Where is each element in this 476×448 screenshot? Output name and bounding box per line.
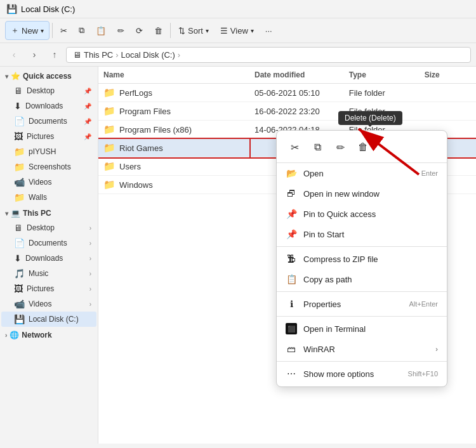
ctx-separator-3 xyxy=(277,316,447,317)
quick-access-chevron: ▾ xyxy=(5,73,8,80)
this-pc-dl-icon: ⬇ xyxy=(14,253,22,263)
ctx-winrar[interactable]: 🗃 WinRAR › xyxy=(277,339,447,359)
nav-bar: ‹ › ↑ 🖥 This PC › Local Disk (C:) › xyxy=(0,43,476,67)
folder-icon: 📁 xyxy=(103,142,116,154)
sidebar-item-this-pc-documents[interactable]: 📄 Documents › xyxy=(1,235,96,251)
this-pc-icon: 💻 xyxy=(11,209,20,218)
pin-icon-3: 📌 xyxy=(84,133,91,140)
ctx-terminal-icon: ⬛ xyxy=(286,323,297,334)
view-button[interactable]: ☰ View ▾ xyxy=(215,23,259,39)
sidebar-item-desktop[interactable]: 🖥 Desktop 📌 xyxy=(1,83,96,98)
back-button[interactable]: ‹ xyxy=(5,46,23,63)
toolbar-separator xyxy=(52,23,53,38)
breadcrumb: 🖥 This PC › Local Disk (C:) › xyxy=(66,47,471,63)
table-row[interactable]: 📁PerfLogs 05-06-2021 05:10 File folder xyxy=(98,84,476,102)
sidebar-item-downloads[interactable]: ⬇ Downloads 📌 xyxy=(1,98,96,114)
chevron-down-icon: ▾ xyxy=(41,27,44,34)
ctx-separator-1 xyxy=(277,246,447,247)
breadcrumb-thispc[interactable]: This PC xyxy=(84,50,113,60)
sidebar-item-piyush[interactable]: 📁 pIYUSH xyxy=(1,144,96,159)
expand-icon-0: › xyxy=(89,225,91,232)
quick-access-header[interactable]: ▾ ⭐ Quick access xyxy=(0,69,98,83)
sidebar-item-this-pc-pictures[interactable]: 🖼 Pictures › xyxy=(1,281,96,296)
ctx-copy-path-icon: 📋 xyxy=(286,273,297,285)
sidebar-item-videos-qa[interactable]: 📹 Videos xyxy=(1,175,96,190)
title-bar: 💾 Local Disk (C:) xyxy=(0,0,476,18)
ctx-winrar-icon: 🗃 xyxy=(286,343,297,355)
ctx-open[interactable]: 📂 Open Enter xyxy=(277,163,447,183)
copy-button[interactable]: ⧉ xyxy=(74,22,89,39)
sort-icon: ⇅ xyxy=(178,26,185,36)
new-button[interactable]: ＋ New ▾ xyxy=(5,21,50,40)
ctx-more-options[interactable]: ⋯ Show more options Shift+F10 xyxy=(277,364,447,384)
context-menu[interactable]: ✂ ⧉ ✏ 🗑 📂 Open Enter 🗗 Open in new windo… xyxy=(276,130,447,387)
sidebar-item-this-pc-music[interactable]: 🎵 Music › xyxy=(1,266,96,281)
title-bar-icon: 💾 xyxy=(6,4,17,14)
ctx-rename-button[interactable]: ✏ xyxy=(330,137,350,157)
sort-button[interactable]: ⇅ Sort ▾ xyxy=(173,23,214,39)
quick-access-star-icon: ⭐ xyxy=(11,72,20,81)
rename-button[interactable]: ✏ xyxy=(112,23,129,39)
paste-button[interactable]: 📋 xyxy=(91,23,111,39)
pin-icon-2: 📌 xyxy=(84,118,91,125)
ctx-copy-button[interactable]: ⧉ xyxy=(307,137,327,157)
ctx-open-new-window[interactable]: 🗗 Open in new window xyxy=(277,183,447,204)
toolbar: ＋ New ▾ ✂ ⧉ 📋 ✏ ⟳ 🗑 ⇅ Sort ▾ ☰ View ▾ ··… xyxy=(0,18,476,43)
col-name[interactable]: Name xyxy=(98,67,249,84)
sort-chevron-icon: ▾ xyxy=(206,27,209,34)
ctx-open-terminal[interactable]: ⬛ Open in Terminal xyxy=(277,319,447,339)
local-disk-icon: 💾 xyxy=(14,314,25,324)
ctx-pin-quick-access[interactable]: 📌 Pin to Quick access xyxy=(277,204,447,224)
ctx-delete-button[interactable]: 🗑 xyxy=(353,137,373,157)
sidebar-item-walls[interactable]: 📁 Walls xyxy=(1,190,96,205)
sidebar-item-this-pc-videos[interactable]: 📹 Videos › xyxy=(1,296,96,312)
downloads-icon: ⬇ xyxy=(14,101,22,111)
title-bar-text: Local Disk (C:) xyxy=(21,4,75,14)
this-pc-header[interactable]: ▾ 💻 This PC xyxy=(0,206,98,220)
sidebar-item-documents[interactable]: 📄 Documents 📌 xyxy=(1,114,96,129)
main-layout: ▾ ⭐ Quick access 🖥 Desktop 📌 ⬇ Downloads… xyxy=(0,67,476,444)
table-header-row: Name Date modified Type Size xyxy=(98,67,476,84)
ctx-properties[interactable]: ℹ Properties Alt+Enter xyxy=(277,294,447,314)
ctx-pin-start[interactable]: 📌 Pin to Start xyxy=(277,224,447,244)
this-pc-desktop-icon: 🖥 xyxy=(14,223,23,233)
cut-button[interactable]: ✂ xyxy=(55,23,72,39)
desktop-icon: 🖥 xyxy=(14,86,23,96)
col-size[interactable]: Size xyxy=(420,67,476,84)
sidebar: ▾ ⭐ Quick access 🖥 Desktop 📌 ⬇ Downloads… xyxy=(0,67,98,444)
ctx-new-window-icon: 🗗 xyxy=(286,188,297,199)
this-pc-vid-icon: 📹 xyxy=(14,299,25,309)
delete-button[interactable]: 🗑 xyxy=(149,23,168,39)
share-button[interactable]: ⟳ xyxy=(131,23,148,39)
network-header[interactable]: › 🌐 Network xyxy=(0,328,98,342)
col-type[interactable]: Type xyxy=(344,67,420,84)
this-pc-music-icon: 🎵 xyxy=(14,268,25,279)
breadcrumb-home-icon: 🖥 xyxy=(73,50,81,60)
ctx-separator-2 xyxy=(277,291,447,292)
up-button[interactable]: ↑ xyxy=(46,46,63,63)
sidebar-item-screenshots[interactable]: 📁 Screenshots xyxy=(1,159,96,175)
network-chevron: › xyxy=(5,332,7,339)
breadcrumb-sep-1: › xyxy=(116,50,118,60)
table-row[interactable]: 📁Program Files 16-06-2022 23:20 File fol… xyxy=(98,102,476,121)
forward-button[interactable]: › xyxy=(25,46,43,63)
col-date[interactable]: Date modified xyxy=(249,67,344,84)
piyush-icon: 📁 xyxy=(14,147,25,157)
sidebar-item-this-pc-downloads[interactable]: ⬇ Downloads › xyxy=(1,251,96,266)
this-pc-docs-icon: 📄 xyxy=(14,238,25,248)
more-button[interactable]: ··· xyxy=(260,23,277,39)
sidebar-item-this-pc-desktop[interactable]: 🖥 Desktop › xyxy=(1,220,96,235)
ctx-compress-zip[interactable]: 🗜 Compress to ZIP file xyxy=(277,249,447,269)
quick-access-section: ▾ ⭐ Quick access 🖥 Desktop 📌 ⬇ Downloads… xyxy=(0,69,98,205)
sidebar-item-local-disk[interactable]: 💾 Local Disk (C:) xyxy=(1,312,96,327)
sidebar-item-pictures[interactable]: 🖼 Pictures 📌 xyxy=(1,129,96,144)
plus-icon: ＋ xyxy=(11,25,19,36)
breadcrumb-localdisk[interactable]: Local Disk (C:) xyxy=(121,50,175,60)
toolbar-separator-2 xyxy=(170,23,171,38)
expand-icon-1: › xyxy=(89,240,91,247)
ctx-copy-path[interactable]: 📋 Copy as path xyxy=(277,269,447,289)
expand-icon-3: › xyxy=(89,270,91,277)
breadcrumb-sep-2: › xyxy=(178,50,180,60)
this-pc-pics-icon: 🖼 xyxy=(14,284,23,294)
ctx-cut-button[interactable]: ✂ xyxy=(284,137,305,157)
